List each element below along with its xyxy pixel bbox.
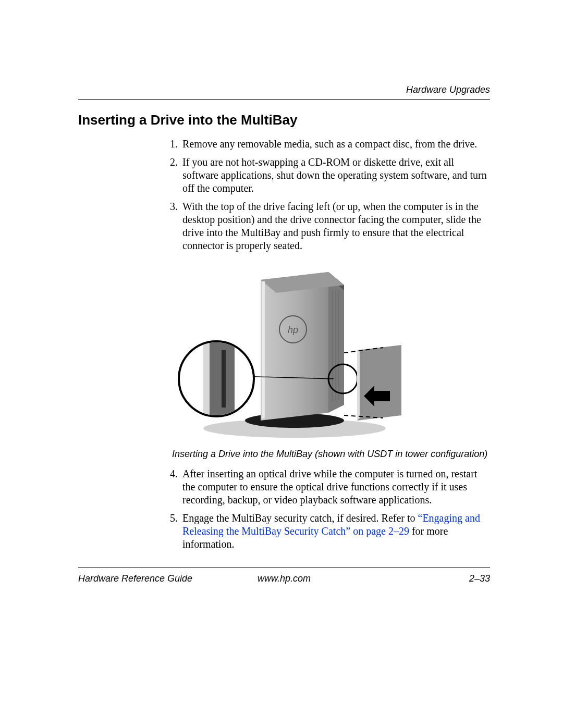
svg-marker-18 (357, 345, 401, 421)
section-title: Inserting a Drive into the MultiBay (78, 112, 490, 128)
step-item: 4. After inserting an optical drive whil… (182, 467, 490, 507)
page-footer: Hardware Reference Guide www.hp.com 2–33 (78, 573, 490, 584)
svg-marker-2 (261, 272, 328, 421)
step-text: If you are not hot-swapping a CD-ROM or … (182, 156, 487, 194)
step-item: 5. Engage the MultiBay security catch, i… (182, 512, 490, 551)
step-number: 5. (170, 512, 178, 525)
step-list-continued: 4. After inserting an optical drive whil… (78, 467, 490, 551)
step-number: 4. (170, 467, 178, 480)
svg-marker-6 (262, 281, 265, 419)
figure-illustration: hp (172, 262, 417, 444)
document-page: Hardware Upgrades Inserting a Drive into… (0, 0, 563, 728)
footer-url: www.hp.com (258, 573, 311, 584)
footer-guide-title: Hardware Reference Guide (78, 573, 192, 584)
svg-rect-15 (203, 342, 210, 415)
hp-logo-text: hp (288, 325, 298, 335)
footer-page-number: 2–33 (469, 573, 490, 584)
svg-marker-19 (357, 349, 360, 421)
footer-rule (78, 567, 490, 567)
page-content: Inserting a Drive into the MultiBay 1. R… (78, 112, 490, 556)
figure-caption: Inserting a Drive into the MultiBay (sho… (172, 448, 490, 460)
step-number: 1. (170, 138, 178, 151)
multibay-illustration-icon: hp (172, 262, 417, 444)
step-item: 3. With the top of the drive facing left… (182, 200, 490, 252)
svg-rect-16 (222, 350, 226, 408)
step-number: 2. (170, 156, 178, 169)
step-list: 1. Remove any removable media, such as a… (78, 138, 490, 252)
step-text: Engage the MultiBay security catch, if d… (182, 512, 418, 524)
header-rule (78, 99, 490, 100)
step-number: 3. (170, 200, 178, 213)
step-text: After inserting an optical drive while t… (182, 468, 477, 505)
step-item: 2. If you are not hot-swapping a CD-ROM … (182, 156, 490, 195)
step-text: Remove any removable media, such as a co… (182, 138, 477, 150)
running-head: Hardware Upgrades (406, 84, 490, 95)
step-text: With the top of the drive facing left (o… (182, 201, 481, 251)
step-item: 1. Remove any removable media, such as a… (182, 138, 490, 151)
